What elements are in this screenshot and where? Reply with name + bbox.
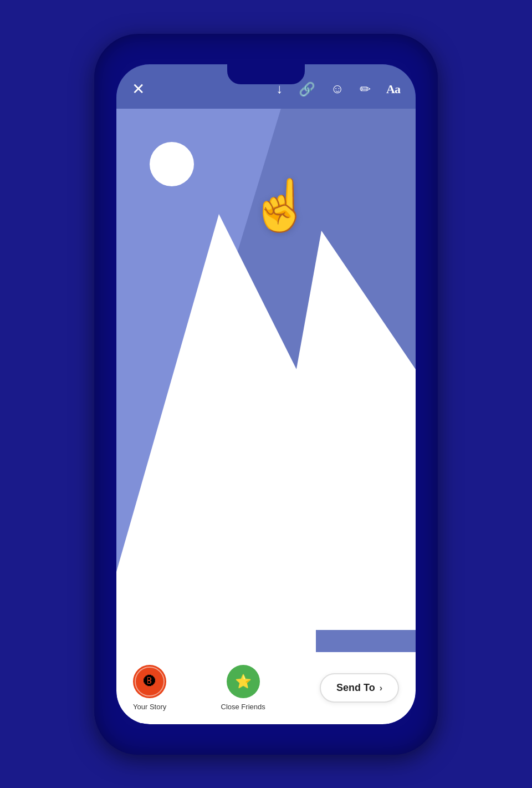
close-friends-emoji: ⭐ (235, 674, 252, 689)
your-story-icon: 🅑 (133, 665, 166, 698)
send-to-label: Send To (336, 682, 375, 694)
draw-icon: ✏ (360, 82, 371, 97)
finger-emoji: ☝️ (249, 181, 311, 231)
text-button[interactable]: Aa (386, 82, 400, 96)
sticker-button[interactable]: ☺ (331, 82, 345, 96)
phone-inner: ✕ ↓ 🔗 ☺ ✏ Aa (116, 64, 416, 724)
send-chevron-icon: › (380, 683, 382, 693)
close-friends-label: Close Friends (221, 703, 265, 711)
your-story-emoji: 🅑 (144, 674, 156, 689)
your-story-label: Your Story (133, 703, 166, 711)
sticker-icon: ☺ (331, 82, 345, 96)
close-button[interactable]: ✕ (132, 80, 145, 98)
bottom-bar: 🅑 Your Story ⭐ Close Friends Send To › (116, 652, 416, 724)
send-to-button[interactable]: Send To › (320, 673, 399, 703)
link-icon: 🔗 (299, 82, 315, 97)
phone-outer: ✕ ↓ 🔗 ☺ ✏ Aa (94, 34, 438, 755)
link-button[interactable]: 🔗 (299, 82, 315, 97)
story-canvas[interactable]: ☝️ (116, 109, 416, 652)
your-story-option[interactable]: 🅑 Your Story (133, 665, 166, 711)
close-friends-option[interactable]: ⭐ Close Friends (221, 665, 265, 711)
close-friends-icon: ⭐ (227, 665, 260, 698)
phone-notch (227, 64, 305, 84)
draw-button[interactable]: ✏ (360, 82, 371, 97)
